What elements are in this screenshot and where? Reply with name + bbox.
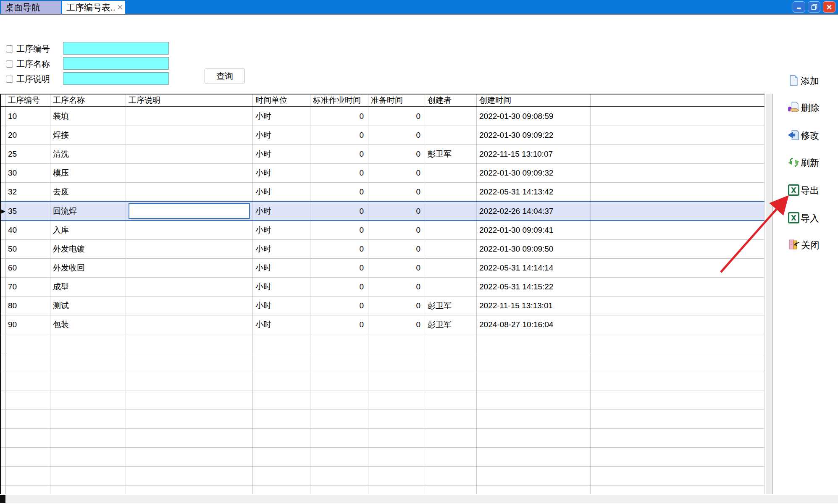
- excel-import-button[interactable]: 导入: [788, 211, 837, 226]
- table-cell[interactable]: [126, 259, 253, 277]
- table-cell[interactable]: 50: [5, 240, 50, 258]
- table-cell[interactable]: [126, 164, 253, 182]
- desc-checkbox[interactable]: [6, 76, 13, 83]
- table-cell[interactable]: 彭卫军: [425, 145, 477, 163]
- empty-table-row[interactable]: [1, 486, 764, 494]
- table-row[interactable]: 80测试小时00彭卫军2022-11-15 13:13:01: [1, 297, 764, 315]
- table-cell[interactable]: 去废: [50, 183, 126, 201]
- table-cell[interactable]: [425, 164, 477, 182]
- table-cell[interactable]: 0: [310, 107, 368, 126]
- table-cell[interactable]: 0: [368, 278, 425, 296]
- table-cell[interactable]: 0: [368, 164, 425, 182]
- table-cell[interactable]: [126, 278, 253, 296]
- table-cell[interactable]: 32: [5, 183, 50, 201]
- minimize-button[interactable]: [793, 1, 805, 13]
- table-cell[interactable]: 小时: [253, 297, 310, 315]
- table-cell[interactable]: 0: [368, 259, 425, 277]
- table-cell[interactable]: 成型: [50, 278, 126, 296]
- table-cell[interactable]: [126, 183, 253, 201]
- table-cell[interactable]: 0: [310, 164, 368, 182]
- table-row[interactable]: ▶35回流焊小时002022-02-26 14:04:37: [1, 201, 764, 221]
- table-cell[interactable]: 小时: [253, 145, 310, 163]
- table-cell[interactable]: 小时: [253, 126, 310, 144]
- table-cell[interactable]: 小时: [253, 221, 310, 239]
- table-cell[interactable]: 0: [310, 297, 368, 315]
- table-cell[interactable]: [126, 221, 253, 239]
- column-header[interactable]: 工序说明: [126, 94, 253, 106]
- vertical-scrollbar[interactable]: [766, 94, 772, 494]
- edit-document-button[interactable]: 修改: [788, 129, 837, 143]
- table-cell[interactable]: [126, 315, 253, 334]
- desc-input[interactable]: [63, 72, 169, 85]
- table-cell[interactable]: [126, 107, 253, 126]
- table-cell[interactable]: [425, 202, 477, 220]
- table-cell[interactable]: 30: [5, 164, 50, 182]
- table-row[interactable]: 60外发收回小时002022-05-31 14:14:14: [1, 259, 764, 278]
- table-cell[interactable]: 回流焊: [50, 202, 126, 220]
- table-row[interactable]: 50外发电镀小时002022-01-30 09:09:50: [1, 240, 764, 259]
- table-cell[interactable]: 0: [368, 297, 425, 315]
- empty-table-row[interactable]: [1, 391, 764, 410]
- table-cell[interactable]: 70: [5, 278, 50, 296]
- table-cell[interactable]: 35: [5, 202, 50, 220]
- table-cell[interactable]: 0: [368, 126, 425, 144]
- empty-table-row[interactable]: [1, 448, 764, 467]
- table-cell[interactable]: 入库: [50, 221, 126, 239]
- table-cell[interactable]: 小时: [253, 315, 310, 334]
- table-row[interactable]: 32去废小时002022-05-31 14:13:42: [1, 183, 764, 202]
- table-cell[interactable]: 小时: [253, 259, 310, 277]
- table-cell[interactable]: 外发电镀: [50, 240, 126, 258]
- table-cell[interactable]: 0: [310, 278, 368, 296]
- table-cell[interactable]: [591, 126, 764, 144]
- table-cell[interactable]: 外发收回: [50, 259, 126, 277]
- table-cell[interactable]: 0: [310, 145, 368, 163]
- table-row[interactable]: 10装填小时002022-01-30 09:08:59: [1, 107, 764, 126]
- code-input[interactable]: [63, 42, 169, 55]
- column-header[interactable]: 标准作业时间: [310, 94, 368, 106]
- table-cell[interactable]: 模压: [50, 164, 126, 182]
- table-cell[interactable]: 小时: [253, 202, 310, 220]
- table-cell[interactable]: [591, 183, 764, 201]
- tab-desktop-nav[interactable]: 桌面导航: [1, 1, 61, 14]
- table-cell[interactable]: 清洗: [50, 145, 126, 163]
- tab-close-icon[interactable]: ✕: [117, 3, 123, 11]
- table-row[interactable]: 40入库小时002022-01-30 09:09:41: [1, 221, 764, 240]
- tab-process-code-table[interactable]: 工序编号表.. ✕: [62, 1, 125, 14]
- table-cell[interactable]: [591, 107, 764, 126]
- close-door-button[interactable]: 关闭: [788, 238, 837, 252]
- table-cell[interactable]: 25: [5, 145, 50, 163]
- table-cell[interactable]: 0: [368, 107, 425, 126]
- table-cell[interactable]: 2022-11-15 13:10:07: [477, 145, 591, 163]
- table-cell[interactable]: 装填: [50, 107, 126, 126]
- table-cell[interactable]: [591, 278, 764, 296]
- table-cell[interactable]: 0: [310, 315, 368, 334]
- table-cell[interactable]: [591, 259, 764, 277]
- table-cell[interactable]: 小时: [253, 107, 310, 126]
- table-cell[interactable]: [126, 297, 253, 315]
- table-cell[interactable]: [425, 183, 477, 201]
- table-cell[interactable]: [126, 240, 253, 258]
- table-cell[interactable]: 0: [310, 240, 368, 258]
- excel-export-button[interactable]: 导出: [788, 184, 837, 198]
- column-header[interactable]: 工序名称: [50, 94, 126, 106]
- table-cell[interactable]: 2022-01-30 09:08:59: [477, 107, 591, 126]
- name-input[interactable]: [63, 57, 169, 70]
- table-cell[interactable]: 0: [310, 259, 368, 277]
- table-row[interactable]: 70成型小时002022-05-31 14:15:22: [1, 278, 764, 297]
- table-cell[interactable]: 60: [5, 259, 50, 277]
- table-cell[interactable]: [591, 315, 764, 334]
- column-header[interactable]: 创建时间: [477, 94, 591, 106]
- column-header[interactable]: 工序编号: [5, 94, 50, 106]
- empty-table-row[interactable]: [1, 429, 764, 448]
- table-row[interactable]: 25清洗小时00彭卫军2022-11-15 13:10:07: [1, 145, 764, 164]
- table-cell[interactable]: [126, 202, 253, 220]
- table-cell[interactable]: [591, 145, 764, 163]
- table-cell[interactable]: 2022-11-15 13:13:01: [477, 297, 591, 315]
- table-cell[interactable]: 40: [5, 221, 50, 239]
- table-cell[interactable]: 小时: [253, 183, 310, 201]
- empty-table-row[interactable]: [1, 372, 764, 391]
- table-cell[interactable]: 包装: [50, 315, 126, 334]
- column-header[interactable]: 时间单位: [253, 94, 310, 106]
- table-cell[interactable]: 0: [310, 202, 368, 220]
- table-cell[interactable]: 彭卫军: [425, 297, 477, 315]
